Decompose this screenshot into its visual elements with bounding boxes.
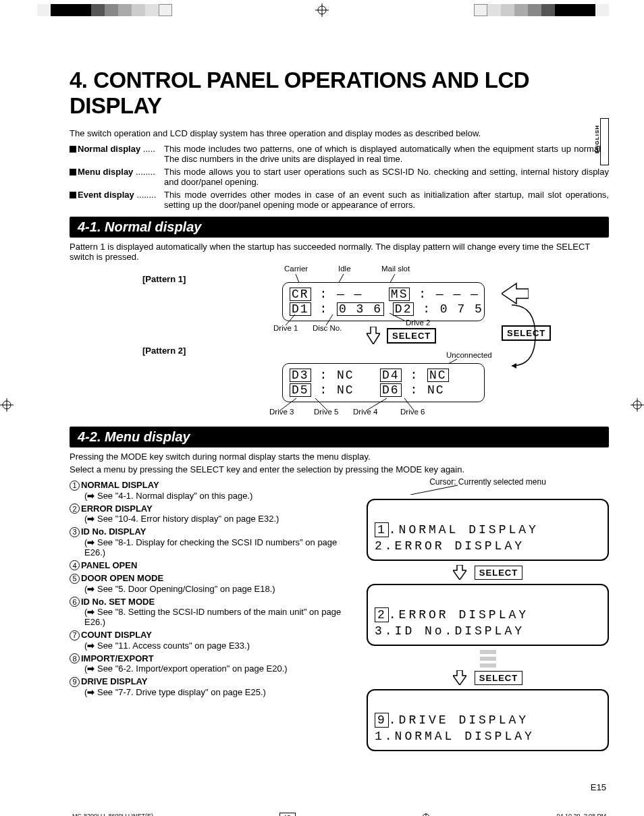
callout-drive3: Drive 3 — [269, 408, 294, 416]
callout-drive4: Drive 4 — [353, 408, 377, 416]
menu-item: 3ID No. DISPLAY(➡ See "8-1. Display for … — [70, 526, 353, 557]
registration-mark-icon — [315, 3, 329, 17]
print-footer: MC-8200LU_8600LU INST(E) 15 04.10.29, 2:… — [70, 813, 609, 816]
mode-normal: Normal display ..... This mode includes … — [70, 144, 609, 164]
menu-item: 7COUNT DISPLAY(➡ See "11. Access counts"… — [70, 630, 353, 651]
menu-list: 1NORMAL DISPLAY(➡ See "4-1. Normal displ… — [70, 477, 353, 700]
menu-lcd-1: 1.NORMAL DISPLAY 2.ERROR DISPLAY — [367, 499, 609, 561]
svg-line-22 — [410, 485, 458, 495]
callout-carrier: Carrier — [284, 265, 308, 273]
menu-item: 9DRIVE DISPLAY(➡ See "7-7. Drive type di… — [70, 676, 353, 697]
circled-number-icon: 4 — [70, 560, 80, 570]
pattern2-label: [Pattern 2] — [142, 346, 186, 356]
registration-mark-icon — [630, 398, 644, 412]
menu-item: 6ID No. SET MODE(➡ See "8. Setting the S… — [70, 597, 353, 628]
page-number: E15 — [70, 782, 606, 792]
select-indicator: SELECT — [367, 670, 609, 685]
callout-discno: Disc No. — [313, 324, 342, 332]
callout-unconnected: Unconnected — [446, 351, 492, 359]
svg-marker-16 — [502, 283, 529, 304]
menu-item: 2ERROR DISPLAY(➡ See "10-4. Error histor… — [70, 504, 353, 524]
language-tab-label: ENGLISH — [594, 125, 600, 154]
circled-number-icon: 9 — [70, 677, 80, 687]
callout-drive6: Drive 6 — [400, 408, 425, 416]
arrow-left-icon — [502, 282, 529, 308]
circled-number-icon: 5 — [70, 574, 80, 584]
registration-mark-icon — [0, 398, 14, 412]
callout-mailslot: Mail slot — [381, 265, 410, 273]
svg-marker-15 — [367, 327, 380, 344]
section-heading-4-1: 4-1. Normal display — [70, 217, 609, 238]
select-indicator: SELECT — [367, 327, 436, 344]
ellipsis-bars-icon — [367, 650, 609, 668]
svg-marker-24 — [453, 670, 466, 685]
circled-number-icon: 2 — [70, 504, 80, 514]
callout-drive2: Drive 2 — [406, 319, 430, 327]
section-4-2-p2: Select a menu by pressing the SELECT key… — [70, 464, 609, 474]
callout-drive1: Drive 1 — [273, 324, 298, 332]
section-heading-4-2: 4-2. Menu display — [70, 427, 609, 447]
section-4-1-text: Pattern 1 is displayed automatically whe… — [70, 242, 609, 262]
language-tab — [600, 118, 609, 165]
page-title: 4. CONTROL PANEL OPERATIONS AND LCD DISP… — [70, 67, 609, 119]
section-4-2-p1: Pressing the MODE key switch during norm… — [70, 452, 609, 462]
callout-idle: Idle — [338, 265, 351, 273]
svg-marker-23 — [453, 565, 466, 580]
menu-lcd-2: 2.ERROR DISPLAY 3.ID No.DISPLAY — [367, 584, 609, 646]
select-indicator: SELECT — [367, 565, 609, 580]
circled-number-icon: 6 — [70, 597, 80, 607]
bullet-icon — [70, 146, 76, 153]
intro-text: The switch operation and LCD display sys… — [70, 128, 609, 138]
mode-event: Event display ........ This mode overrid… — [70, 190, 609, 210]
circled-number-icon: 3 — [70, 527, 80, 537]
menu-item: 1NORMAL DISPLAY(➡ See "4-1. Normal displ… — [70, 480, 353, 501]
circled-number-icon: 8 — [70, 653, 80, 663]
menu-lcd-3: 9.DRIVE DISPLAY 1.NORMAL DISPLAY — [367, 689, 609, 751]
mode-menu: Menu display ........ This mode allows y… — [70, 167, 609, 187]
callout-drive5: Drive 5 — [314, 408, 338, 416]
lcd-pattern1: CR : — — MS : — — — D1 : 0 3 6 D2 : 0 7 … — [282, 282, 485, 321]
menu-item: 8IMPORT/EXPORT(➡ See "6-2. Import/export… — [70, 653, 353, 674]
bullet-icon — [70, 169, 76, 175]
bullet-icon — [70, 192, 76, 198]
circled-number-icon: 1 — [70, 481, 80, 491]
circled-number-icon: 7 — [70, 630, 80, 641]
crop-marks — [0, 0, 644, 40]
menu-item: 4PANEL OPEN — [70, 560, 353, 571]
lcd-pattern2: D3 : NC D4 : NC D5 : NC D6 : NC — [282, 363, 485, 402]
menu-item: 5DOOR OPEN MODE(➡ See "5. Door Opening/C… — [70, 573, 353, 594]
select-indicator: SELECT — [502, 325, 551, 341]
pattern1-label: [Pattern 1] — [142, 274, 186, 284]
